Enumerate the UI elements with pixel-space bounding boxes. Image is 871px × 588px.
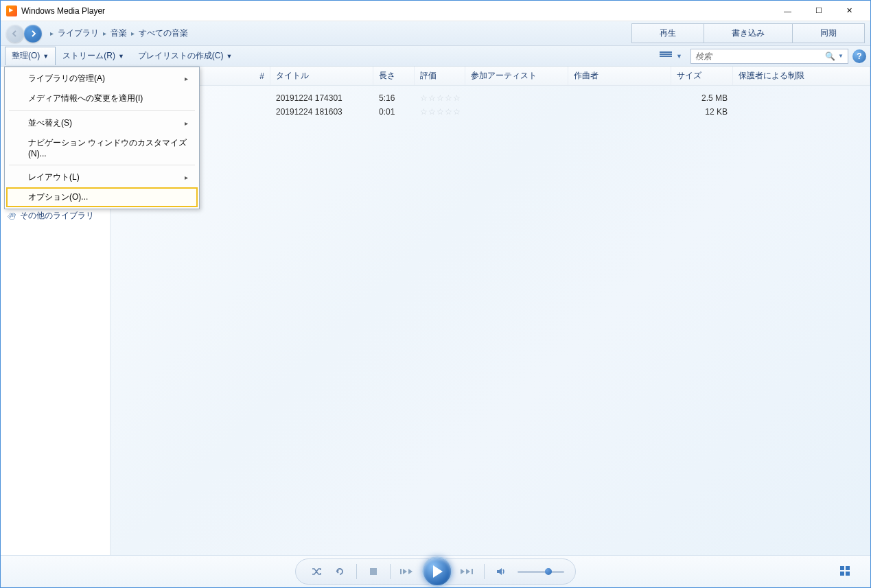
breadcrumb-sep-icon: ▸ xyxy=(131,30,135,37)
titlebar: Windows Media Player — ☐ ✕ xyxy=(1,1,870,21)
track-rating[interactable]: ☆☆☆☆☆ xyxy=(415,93,465,103)
tracks: 20191224 174301 5:16 ☆☆☆☆☆ 2.5 MB 201912… xyxy=(195,91,870,156)
next-button[interactable] xyxy=(458,562,477,581)
organize-dropdown: ライブラリの管理(A) ▸ メディア情報への変更を適用(I) 並べ替え(S) ▸… xyxy=(4,67,200,209)
track-row[interactable]: 20191224 174301 5:16 ☆☆☆☆☆ 2.5 MB xyxy=(195,91,870,105)
stop-icon xyxy=(370,568,377,575)
help-button[interactable]: ? xyxy=(852,49,866,63)
breadcrumb-sep-icon: ▸ xyxy=(103,30,106,37)
back-icon xyxy=(11,30,19,38)
sidebar-item-other-libraries[interactable]: 🖑 その他のライブラリ xyxy=(3,207,107,224)
navbar: ▸ ライブラリ ▸ 音楽 ▸ すべての音楽 再生 書き込み 同期 xyxy=(1,21,870,46)
svg-rect-2 xyxy=(472,569,473,574)
volume-slider[interactable] xyxy=(518,571,564,573)
chevron-down-icon: ▼ xyxy=(118,53,124,60)
dropdown-customize-nav[interactable]: ナビゲーション ウィンドウのカスタマイズ(N)... xyxy=(6,133,198,163)
track-title: 20191224 181603 xyxy=(270,107,373,117)
dropdown-sort[interactable]: 並べ替え(S) ▸ xyxy=(6,113,198,133)
track-length: 5:16 xyxy=(373,93,415,103)
player-bar xyxy=(1,555,870,587)
player-controls xyxy=(295,558,576,585)
forward-button[interactable] xyxy=(24,25,42,43)
shuffle-icon xyxy=(311,566,322,577)
library-icon: 🖑 xyxy=(8,211,17,221)
repeat-button[interactable] xyxy=(330,562,349,581)
chevron-right-icon: ▸ xyxy=(185,119,188,127)
dropdown-options-label: オプション(O)... xyxy=(28,191,88,203)
menu-create-playlist-label: プレイリストの作成(C) xyxy=(138,50,224,62)
track-title: 20191224 174301 xyxy=(270,93,373,103)
search-box[interactable]: 🔍 ▼ xyxy=(690,49,848,64)
stop-button[interactable] xyxy=(364,562,383,581)
separator xyxy=(484,564,485,579)
maximize-button[interactable]: ☐ xyxy=(803,1,834,21)
minimize-button[interactable]: — xyxy=(772,1,803,21)
chevron-down-icon: ▼ xyxy=(676,53,682,60)
dropdown-apply-media-info[interactable]: メディア情報への変更を適用(I) xyxy=(6,89,198,108)
breadcrumb-sep-icon: ▸ xyxy=(50,30,54,37)
col-size[interactable]: サイズ xyxy=(671,67,733,85)
back-button[interactable] xyxy=(6,25,24,43)
breadcrumb-all-music[interactable]: すべての音楽 xyxy=(139,27,188,39)
close-button[interactable]: ✕ xyxy=(834,1,865,21)
col-artist[interactable]: 参加アーティスト xyxy=(465,67,568,85)
list-view-icon xyxy=(660,51,672,61)
dropdown-sort-label: 並べ替え(S) xyxy=(28,117,72,129)
track-size: 12 KB xyxy=(671,107,733,117)
chevron-down-icon[interactable]: ▼ xyxy=(838,53,844,59)
track-list: ム情報なし ィスト情報なし ル情報なし 報なし 20191224 174301 … xyxy=(111,86,870,555)
dropdown-separator xyxy=(9,165,195,165)
col-number[interactable]: # xyxy=(195,67,270,85)
app-icon xyxy=(6,5,17,16)
menu-stream-label: ストリーム(R) xyxy=(62,50,115,62)
next-icon xyxy=(461,567,474,576)
menu-organize[interactable]: 整理(O) ▼ xyxy=(5,47,56,65)
album-group: ム情報なし ィスト情報なし ル情報なし 報なし 20191224 174301 … xyxy=(111,91,870,156)
dropdown-layout-label: レイアウト(L) xyxy=(28,172,80,183)
breadcrumb-library[interactable]: ライブラリ xyxy=(58,27,99,39)
track-row[interactable]: 20191224 181603 0:01 ☆☆☆☆☆ 12 KB xyxy=(195,105,870,119)
window-title: Windows Media Player xyxy=(21,6,772,16)
volume-icon xyxy=(496,567,506,576)
svg-rect-1 xyxy=(400,569,402,574)
repeat-icon xyxy=(334,566,345,577)
breadcrumb-music[interactable]: 音楽 xyxy=(111,27,127,39)
breadcrumb: ▸ ライブラリ ▸ 音楽 ▸ すべての音楽 xyxy=(50,27,188,39)
col-rating[interactable]: 評価 xyxy=(415,67,465,85)
col-length[interactable]: 長さ xyxy=(373,67,415,85)
play-icon xyxy=(432,565,443,578)
menu-stream[interactable]: ストリーム(R) ▼ xyxy=(56,47,131,65)
tab-play[interactable]: 再生 xyxy=(631,23,704,43)
prev-button[interactable] xyxy=(397,562,417,581)
tab-burn[interactable]: 書き込み xyxy=(704,23,793,43)
col-parental[interactable]: 保護者による制限 xyxy=(733,67,870,85)
mute-button[interactable] xyxy=(491,562,511,581)
chevron-right-icon: ▸ xyxy=(185,174,188,181)
window-controls: — ☐ ✕ xyxy=(772,1,865,21)
dropdown-layout[interactable]: レイアウト(L) ▸ xyxy=(6,167,198,187)
col-composer[interactable]: 作曲者 xyxy=(568,67,671,85)
col-title[interactable]: タイトル xyxy=(270,67,373,85)
shuffle-button[interactable] xyxy=(307,562,326,581)
separator xyxy=(390,564,391,579)
main-panel: # タイトル 長さ 評価 参加アーティスト 作曲者 サイズ 保護者による制限 ム… xyxy=(111,67,870,555)
chevron-down-icon: ▼ xyxy=(43,53,49,60)
play-button[interactable] xyxy=(422,556,452,587)
sidebar-item-other-libraries-label: その他のライブラリ xyxy=(20,210,94,222)
dropdown-manage-libraries[interactable]: ライブラリの管理(A) ▸ xyxy=(6,69,198,89)
search-input[interactable] xyxy=(695,51,825,61)
chevron-down-icon: ▼ xyxy=(227,53,233,60)
dropdown-separator xyxy=(9,110,195,111)
forward-icon xyxy=(29,30,37,38)
nav-tabs: 再生 書き込み 同期 xyxy=(632,23,865,43)
track-rating[interactable]: ☆☆☆☆☆ xyxy=(415,107,465,117)
search-icon[interactable]: 🔍 xyxy=(825,51,835,61)
svg-rect-0 xyxy=(370,568,377,575)
view-toggle[interactable]: ▼ xyxy=(655,50,686,62)
switch-view-button[interactable] xyxy=(840,566,854,577)
track-size: 2.5 MB xyxy=(671,93,733,103)
dropdown-options[interactable]: オプション(O)... xyxy=(6,187,198,207)
menu-create-playlist[interactable]: プレイリストの作成(C) ▼ xyxy=(131,47,240,65)
tab-sync[interactable]: 同期 xyxy=(792,23,865,43)
prev-icon xyxy=(400,567,414,576)
